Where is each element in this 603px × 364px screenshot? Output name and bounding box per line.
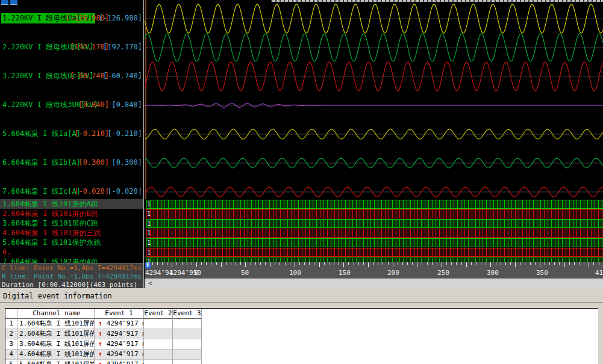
digital-event-panel: Digital event information Channel nameEv…: [0, 288, 603, 364]
analog-ref-value: [-0.210]: [107, 129, 142, 139]
analog-cursor-value: [0.840]: [78, 100, 109, 110]
channel-name: 1.604柘泉 I 线101屏的A跳: [17, 319, 95, 329]
digital-channel-bar-4[interactable]: 1: [146, 229, 603, 238]
table-row[interactable]: 55.604柘泉 I 线101保护永跳↑4294″917 ms: [5, 360, 202, 364]
axis-tick-label: 350: [536, 269, 548, 277]
axis-tick: [373, 262, 373, 265]
table-row[interactable]: 33.604柘泉 I 线101屏的C跳↑4294″917 ms: [5, 339, 202, 350]
axis-tick: [206, 262, 207, 265]
analog-ref-value: [-0.020]: [107, 187, 142, 197]
digital-value-label: 1: [147, 239, 151, 247]
axis-tick: [432, 262, 433, 265]
axis-tick-label: 300: [487, 269, 499, 277]
time-axis[interactable]: 0 4294″914294″95005010015020025030035041: [145, 262, 603, 279]
analog-channel-row-2[interactable]: 2.220KV I 段母线Ub[kV][192.170][192.170]: [0, 42, 143, 52]
row-number: 3: [5, 339, 17, 350]
table-row[interactable]: 11.604柘泉 I 线101屏的A跳↑4294″917 ms: [5, 319, 202, 329]
event-time: 4294″917 ms: [107, 329, 144, 339]
analog-channel-label[interactable]: 5.604柘泉 I 线Ia[A]: [1, 129, 82, 139]
axis-tick: [530, 262, 531, 265]
toolbar-file-icon-2[interactable]: [10, 0, 17, 5]
axis-tick: [422, 262, 422, 265]
analog-waveform-panel[interactable]: [145, 0, 603, 199]
axis-tick: [496, 262, 496, 265]
axis-tick: [471, 262, 472, 265]
event-2-cell: [144, 329, 173, 339]
analog-ref-value: [0.840]: [111, 100, 142, 110]
table-row[interactable]: 22.604柘泉 I 线101屏的B跳↑4294″917 ms: [5, 329, 202, 339]
horizontal-scrollbar[interactable]: <: [145, 279, 603, 288]
analog-channel-row-7[interactable]: 7.604柘泉 I 线Ic[A][-0.020][-0.020]: [0, 187, 143, 197]
axis-tick: [348, 262, 349, 265]
event-time: 4294″917 ms: [107, 319, 144, 329]
analog-channel-row-6[interactable]: 6.604柘泉 I 线Ib[A][0.300][0.300]: [0, 158, 143, 168]
axis-tick: [201, 262, 202, 265]
analog-ref-value: [-60.740]: [103, 71, 142, 81]
analog-channel-row-3[interactable]: 3.220KV I 段母线Uc[kV][-60.740][-60.740]: [0, 71, 143, 81]
table-row[interactable]: 44.604柘泉 I 线101屏的三跳↑4294″917 ms: [5, 350, 202, 360]
axis-tick: [339, 262, 339, 265]
axis-tick: [236, 262, 236, 265]
axis-tick: [437, 262, 437, 265]
analog-channel-row-1[interactable]: 1.220KV I 段母线Ua[kV][-126.980][-126.980]: [0, 13, 143, 23]
digital-channel-bar-2[interactable]: 1: [146, 209, 603, 218]
digital-channel-row-4[interactable]: 4.604柘泉 I 线101屏的三跳: [0, 228, 143, 238]
digital-channel-row-1[interactable]: 1.604柘泉 I 线101屏的A跳: [0, 199, 143, 209]
axis-tick: [510, 262, 511, 265]
axis-tick: [593, 262, 594, 265]
digital-channel-bar-1[interactable]: 1: [146, 200, 603, 209]
axis-tick: [172, 262, 172, 267]
digital-channel-row-3[interactable]: 3.604柘泉 I 线101屏的C跳: [0, 218, 143, 228]
digital-channel-row-5[interactable]: 5.604柘泉 I 线101保护永跳: [0, 238, 143, 247]
digital-channel-bar-7[interactable]: 1: [146, 258, 603, 262]
axis-tick: [182, 262, 183, 265]
digital-channel-bar-3[interactable]: 1: [146, 219, 603, 228]
event-3-cell: [173, 319, 202, 329]
axis-tick: [412, 262, 413, 265]
digital-channel-bar-5[interactable]: 1: [146, 238, 603, 247]
duration-status: Duration [0:00.412000](463 points): [2, 281, 143, 288]
analog-channel-row-5[interactable]: 5.604柘泉 I 线Ia[A][-0.210][-0.210]: [0, 129, 143, 139]
axis-tick-label: 200: [387, 269, 399, 277]
analog-ref-value: [192.170]: [103, 42, 142, 52]
axis-tick: [295, 262, 295, 267]
axis-tick: [456, 262, 457, 265]
axis-tick: [505, 262, 506, 265]
toolbar-file-icon[interactable]: [1, 0, 8, 5]
axis-tick: [240, 262, 241, 265]
analog-cursor-value: [-0.020]: [74, 187, 109, 197]
c-line-status: C line: Point No.=1,Abs T=4294917ms, Rel…: [2, 264, 143, 273]
event-time: 4294″917 ms: [107, 350, 144, 359]
axis-tick: [564, 262, 565, 267]
analog-channel-row-4[interactable]: 4.220KV I 段母线3U0[kV][0.840][0.840]: [0, 100, 143, 110]
axis-tick: [540, 262, 540, 267]
digital-channel-bar-6[interactable]: 1: [146, 248, 603, 257]
scroll-left-arrow-icon[interactable]: <: [148, 279, 152, 288]
axis-tick: [211, 262, 211, 265]
r-line-status: R line: Point No.=1,Abs T=4294917ms, Rel…: [2, 273, 143, 281]
axis-tick: [162, 262, 163, 265]
analog-channel-label[interactable]: 7.604柘泉 I 线Ic[A]: [1, 187, 82, 197]
panel-separator: [0, 302, 603, 303]
event-2-cell: [144, 360, 173, 364]
axis-tick: [152, 262, 153, 265]
axis-tick: [309, 262, 310, 265]
axis-tick: [251, 262, 251, 265]
panel-divider[interactable]: [143, 0, 144, 288]
event-3-cell: [173, 360, 202, 364]
digital-waveform-panel[interactable]: 1111111: [145, 199, 603, 262]
analog-channel-label[interactable]: 6.604柘泉 I 线Ib[A]: [1, 158, 82, 168]
axis-tick: [417, 262, 417, 267]
digital-channel-row-6[interactable]: 6.: [0, 247, 143, 257]
event-2-cell: [144, 339, 173, 350]
axis-tick: [584, 262, 584, 265]
rising-edge-arrow-icon: ↑: [98, 339, 102, 349]
axis-tick: [290, 262, 290, 265]
header-channel-name: Channel name: [17, 309, 95, 319]
axis-tick: [579, 262, 580, 265]
digital-event-panel-title: Digital event information: [3, 292, 112, 300]
event-1-cell: ↑4294″917 ms: [95, 360, 144, 364]
digital-channel-row-2[interactable]: 2.604柘泉 I 线101屏的B跳: [0, 209, 143, 218]
axis-tick: [466, 262, 467, 267]
digital-event-table[interactable]: Channel nameEvent 1Event 2Event 311.604柘…: [5, 308, 598, 364]
